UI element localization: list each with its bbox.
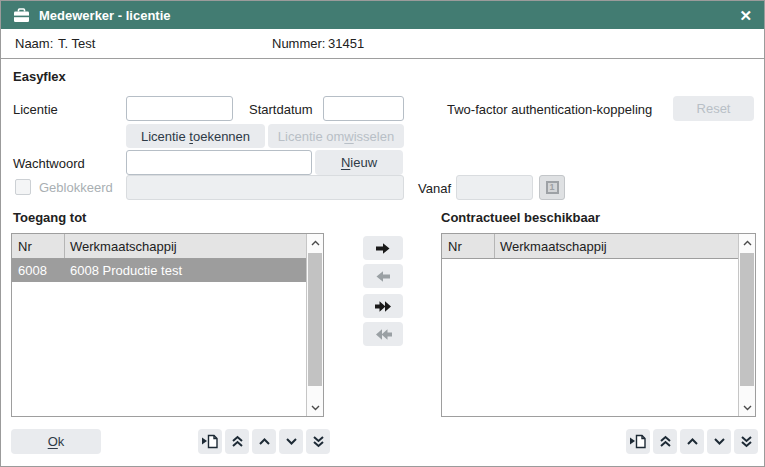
column-header-nr: Nr [18,239,32,254]
goto-page-icon [202,434,218,449]
licentie-toekennen-button[interactable]: Licentie toekennen [126,124,265,148]
employee-info-bar: Naam: T. Test Nummer: 31451 [1,29,764,59]
licentie-omwisselen-button[interactable]: Licentie omwisselen [268,124,404,148]
geblokkeerd-checkbox[interactable] [15,179,31,195]
reset-button[interactable]: Reset [673,96,754,121]
contractueel-beschikbaar-heading: Contractueel beschikbaar [441,210,600,225]
wachtwoord-label: Wachtwoord [13,156,85,171]
ok-button[interactable]: Ok [11,429,101,454]
column-header-werkmaatschappij: Werkmaatschappij [70,239,177,254]
move-all-left-button[interactable] [363,322,403,346]
button-accesskey: N [341,155,350,170]
table-row[interactable]: 6008 6008 Productie test [12,259,306,282]
move-down-button[interactable] [279,429,303,454]
wachtwoord-input[interactable] [126,150,312,175]
scroll-up-icon[interactable] [307,234,323,251]
chevron-down-icon [285,437,298,446]
column-divider [64,234,65,258]
move-up-button[interactable] [680,429,704,454]
move-down-button[interactable] [707,429,731,454]
left-table-nav-group [198,429,330,454]
cell-nr: 6008 [18,263,47,278]
chevron-up-icon [686,437,699,446]
move-top-button[interactable] [653,429,677,454]
chevron-down-icon [713,437,726,446]
twofactor-label: Two-factor authentication-koppeling [447,102,652,117]
move-bottom-button[interactable] [306,429,330,454]
close-icon[interactable]: ✕ [739,8,752,23]
button-accesskey: O [48,434,58,449]
title-bar: Medewerker - licentie ✕ [1,1,764,29]
goto-page-icon [630,434,646,449]
move-bottom-button[interactable] [734,429,758,454]
right-table-nav-group [626,429,758,454]
button-text: k [58,434,65,449]
scrollbar-thumb[interactable] [308,253,322,386]
double-chevron-up-icon [231,435,244,448]
geblokkeerd-label: Geblokkeerd [39,180,113,195]
button-text: Licentie om [278,129,344,144]
button-accesskey: w [344,129,353,144]
scroll-down-icon[interactable] [739,399,755,416]
contractueel-beschikbaar-listbox: Nr Werkmaatschappij [441,233,756,417]
easyflex-heading: Easyflex [13,69,66,84]
naam-label: Naam: [15,36,53,51]
vanaf-input[interactable] [456,175,533,200]
double-arrow-left-icon [375,328,392,341]
nummer-value: 31451 [328,36,364,51]
dialog-medewerker-licentie: Medewerker - licentie ✕ Naam: T. Test Nu… [0,0,765,467]
vanaf-label: Vanaf [418,181,451,196]
double-chevron-up-icon [659,435,672,448]
goto-record-button[interactable] [626,429,650,454]
chevron-up-icon [258,437,271,446]
move-right-button[interactable] [363,236,403,260]
arrow-right-icon [376,242,390,255]
cell-werkmaatschappij: 6008 Productie test [70,263,182,278]
arrow-left-icon [376,270,390,283]
startdatum-input[interactable] [323,96,404,121]
geblokkeerd-input[interactable] [126,175,404,200]
table-header: Nr Werkmaatschappij [12,234,306,259]
scrollbar-thumb[interactable] [740,253,754,386]
calendar-picker-button[interactable]: 1 [539,175,565,200]
scroll-down-icon[interactable] [307,399,323,416]
move-top-button[interactable] [225,429,249,454]
startdatum-label: Startdatum [249,102,313,117]
scrollbar[interactable] [306,234,323,416]
briefcase-icon [13,8,30,23]
calendar-icon: 1 [546,181,559,194]
double-arrow-right-icon [375,300,392,313]
move-up-button[interactable] [252,429,276,454]
naam-value: T. Test [58,36,95,51]
nummer-label: Nummer: [272,36,325,51]
toegang-tot-heading: Toegang tot [13,210,86,225]
licentie-input[interactable] [126,96,233,121]
toegang-tot-listbox: Nr Werkmaatschappij 6008 6008 Productie … [11,233,324,417]
button-text: oekennen [193,129,250,144]
column-divider [494,234,495,258]
button-text: isselen [354,129,394,144]
table-header: Nr Werkmaatschappij [442,234,738,259]
button-text: Licentie [141,129,189,144]
button-text: ieuw [350,155,377,170]
scroll-up-icon[interactable] [739,234,755,251]
column-header-nr: Nr [448,239,462,254]
move-all-right-button[interactable] [363,294,403,318]
scrollbar[interactable] [738,234,755,416]
nieuw-button[interactable]: Nieuw [315,150,403,175]
window-title: Medewerker - licentie [39,8,171,23]
double-chevron-down-icon [312,435,325,448]
move-left-button[interactable] [363,264,403,288]
column-header-werkmaatschappij: Werkmaatschappij [500,239,607,254]
licentie-label: Licentie [13,102,58,117]
goto-record-button[interactable] [198,429,222,454]
double-chevron-down-icon [740,435,753,448]
